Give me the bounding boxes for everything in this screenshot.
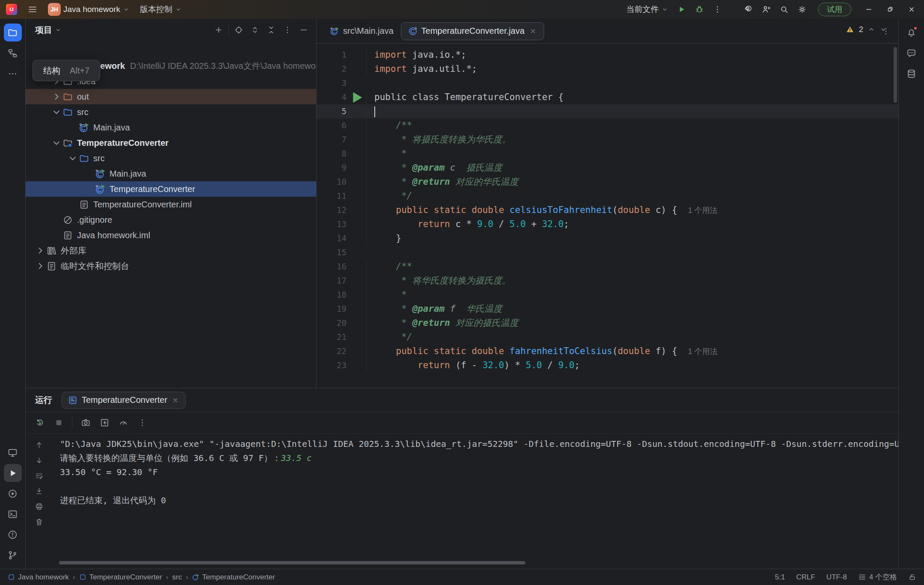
line-number[interactable]: 11 (317, 189, 346, 203)
line-number[interactable]: 19 (317, 302, 346, 316)
caret-position[interactable]: 5:1 (775, 573, 785, 582)
search-everywhere-button[interactable] (776, 2, 792, 17)
tree-item-java-homework.iml[interactable]: Java homework.iml (26, 228, 316, 243)
window-restore-button[interactable] (880, 1, 900, 18)
print-button[interactable] (31, 499, 47, 514)
tree-item-外部库[interactable]: 外部库 (26, 243, 316, 258)
line-number[interactable]: 3 (317, 76, 346, 90)
more-horizontal-button[interactable] (4, 65, 22, 83)
scrollbar-thumb[interactable] (894, 47, 897, 103)
problems-button[interactable] (4, 526, 22, 544)
terminal-button[interactable] (4, 505, 22, 523)
line-number[interactable]: 22 (317, 344, 346, 358)
code-line-9[interactable]: 9 * @param c 摄氏温度 (317, 161, 898, 175)
code-line-11[interactable]: 11 */ (317, 189, 898, 203)
tree-item-.gitignore[interactable]: .gitignore (26, 212, 316, 228)
code-line-1[interactable]: 1import java.io.*; (317, 48, 898, 62)
debug-button[interactable] (691, 2, 708, 17)
code-line-4[interactable]: 4public class TemperatureConverter { (317, 90, 898, 104)
line-number[interactable]: 15 (317, 245, 346, 260)
code-line-20[interactable]: 20 * @return 对应的摄氏温度 (317, 316, 898, 330)
tree-item-src[interactable]: src (26, 104, 316, 120)
close-icon[interactable] (172, 396, 179, 404)
arrow-up-button[interactable] (31, 437, 47, 452)
chevron-down-icon[interactable] (67, 152, 79, 164)
code-line-15[interactable]: 15 (317, 245, 898, 260)
chevron-right-icon[interactable] (34, 260, 46, 272)
structure-button[interactable] (4, 44, 22, 62)
scrollbar-thumb[interactable] (59, 561, 525, 564)
line-number[interactable]: 21 (317, 330, 346, 344)
settings-button[interactable] (794, 2, 810, 17)
trial-button[interactable]: 试用 (818, 3, 851, 16)
tree-item-out[interactable]: out (26, 89, 316, 104)
code-line-12[interactable]: 12 public static double celsiusToFahrenh… (317, 203, 898, 217)
line-number[interactable]: 8 (317, 147, 346, 161)
window-close-button[interactable] (902, 1, 921, 18)
code-line-2[interactable]: 2import java.util.*; (317, 62, 898, 76)
line-number[interactable]: 20 (317, 316, 346, 330)
chevron-right-icon[interactable] (34, 245, 46, 257)
indent-setting[interactable]: 4 个空格 (858, 572, 897, 582)
camera-button[interactable] (77, 415, 94, 431)
file-lock-toggle[interactable] (908, 573, 916, 581)
run-button[interactable] (673, 2, 690, 17)
stop-button[interactable] (50, 415, 67, 431)
line-number[interactable]: 10 (317, 175, 346, 189)
file-encoding[interactable]: UTF-8 (826, 573, 847, 582)
tree-item-临时文件和控制台[interactable]: 临时文件和控制台 (26, 258, 316, 274)
expand-all-button[interactable] (247, 22, 263, 38)
chevron-right-icon[interactable] (50, 91, 62, 103)
code-line-19[interactable]: 19 * @param f 华氏温度 (317, 302, 898, 316)
tree-item-temperatureconverter.iml[interactable]: TemperatureConverter.iml (26, 197, 316, 212)
more-vertical-button[interactable] (134, 415, 150, 431)
collapse-all-button[interactable] (263, 22, 279, 38)
line-separator[interactable]: CRLF (796, 573, 815, 582)
code-line-22[interactable]: 22 public static double fahrenheitToCels… (317, 344, 898, 358)
soft-wrap-button[interactable] (31, 468, 47, 483)
chevron-down-icon[interactable] (50, 137, 62, 149)
code-line-17[interactable]: 17 * 将华氏度转换为摄氏度。 (317, 274, 898, 288)
line-number[interactable]: 16 (317, 260, 346, 274)
build-button[interactable] (4, 443, 22, 461)
run-tab[interactable]: TemperatureConverter (62, 392, 186, 409)
locate-button[interactable] (231, 22, 247, 38)
breadcrumb-item-java-homework[interactable]: Java homework (8, 573, 69, 582)
ai-assistant-button[interactable] (903, 44, 921, 62)
hide-button[interactable] (296, 22, 312, 38)
window-minimize-button[interactable] (859, 1, 879, 18)
project-widget[interactable]: JH Java homework (44, 2, 133, 17)
line-number[interactable]: 18 (317, 288, 346, 302)
line-number[interactable]: 14 (317, 231, 346, 245)
tree-item-temperatureconverter[interactable]: TemperatureConverter (26, 181, 316, 197)
notifications-button[interactable] (903, 24, 921, 41)
import-console-button[interactable] (96, 415, 113, 431)
line-number[interactable]: 7 (317, 133, 346, 147)
line-number[interactable]: 4 (317, 90, 346, 104)
chevron-down-icon[interactable] (50, 106, 62, 118)
more-vertical-button[interactable] (279, 22, 296, 38)
tree-item-main.java[interactable]: Main.java (26, 166, 316, 181)
database-button[interactable] (903, 65, 921, 83)
breadcrumb-item-temperatureconverter[interactable]: TemperatureConverter (192, 573, 275, 582)
line-number[interactable]: 6 (317, 118, 346, 133)
code-line-16[interactable]: 16 /** (317, 260, 898, 274)
gauge-button[interactable] (115, 415, 131, 431)
code-line-14[interactable]: 14 } (317, 231, 898, 245)
line-number[interactable]: 17 (317, 274, 346, 288)
inspections-widget[interactable]: 2 (846, 25, 887, 34)
run-gutter-icon[interactable] (346, 88, 366, 107)
breadcrumb-item-temperatureconverter[interactable]: TemperatureConverter (79, 573, 162, 582)
line-number[interactable]: 12 (317, 203, 346, 217)
line-number[interactable]: 23 (317, 358, 346, 372)
code-line-10[interactable]: 10 * @return 对应的华氏温度 (317, 175, 898, 189)
line-number[interactable]: 2 (317, 62, 346, 76)
editor-tab-src-main.java[interactable]: src\Main.java (323, 22, 401, 40)
code-line-6[interactable]: 6 /** (317, 118, 898, 133)
project-tree[interactable]: Java homeworkD:\IntelliJ IDEA 2025.3.3\J… (26, 41, 316, 388)
code-line-23[interactable]: 23 return (f - 32.0) * 5.0 / 9.0; (317, 358, 898, 372)
code-line-18[interactable]: 18 * (317, 288, 898, 302)
code-line-7[interactable]: 7 * 将摄氏度转换为华氏度。 (317, 133, 898, 147)
code-line-13[interactable]: 13 return c * 9.0 / 5.0 + 32.0; (317, 217, 898, 231)
tree-item-src[interactable]: src (26, 151, 316, 166)
